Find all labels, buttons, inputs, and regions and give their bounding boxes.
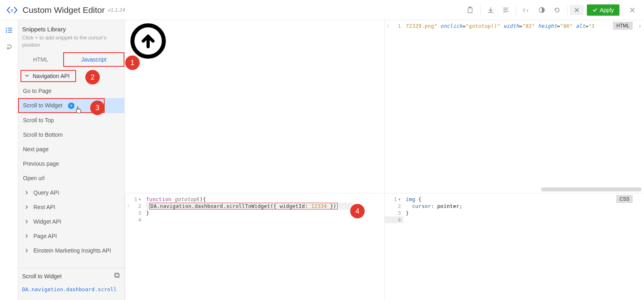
sidebar-title: Snippets Library [18, 26, 124, 34]
snippet-list: Go to Page Scroll to Widget + Scroll to … [18, 84, 124, 185]
group-einstein-api[interactable]: Einstein Marketing Insights API [18, 243, 124, 258]
sidebar-hint: Click + to add snippet to the cursor's p… [18, 34, 124, 52]
contrast-icon[interactable] [534, 3, 549, 17]
chevron-right-icon [25, 233, 29, 239]
css-code[interactable]: img { cursor: pointer; } [403, 193, 644, 300]
svg-rect-7 [8, 28, 12, 29]
snippet-scroll-to-widget[interactable]: Scroll to Widget + [18, 98, 124, 113]
css-gutter: 1▾ 2 3 4 [385, 193, 403, 300]
horizontal-scrollbar[interactable] [541, 187, 642, 191]
collapse-right-icon[interactable]: › [638, 22, 642, 30]
snippet-next-page[interactable]: Next page [18, 142, 124, 156]
snippet-scroll-to-bottom[interactable]: Scroll to Bottom [18, 127, 124, 142]
svg-point-8 [6, 29, 7, 31]
app-title: Custom Widget Editor [23, 5, 105, 15]
chevron-right-icon [25, 218, 29, 225]
callout-2: 2 [85, 70, 100, 84]
group-rest-api[interactable]: Rest API [18, 200, 124, 214]
tab-html[interactable]: HTML [18, 52, 63, 67]
html-badge: HTML [613, 22, 633, 30]
sidebar-footer: Scroll to Widget DA.navigation.dashboard… [18, 268, 124, 300]
chevron-right-icon [25, 204, 29, 210]
refresh-icon[interactable] [549, 3, 565, 17]
callout-4: 4 [350, 204, 365, 218]
redo-rail-icon[interactable] [6, 44, 12, 52]
css-badge: CSS [616, 195, 633, 203]
snippets-rail-icon[interactable] [5, 27, 12, 34]
svg-text:T: T [522, 7, 526, 13]
cursor-click-icon [75, 106, 82, 116]
snippets-sidebar: Snippets Library Click + to add snippet … [18, 20, 125, 300]
svg-text:c: c [11, 8, 13, 12]
left-rail [0, 20, 18, 300]
callout-3: 3 [90, 101, 105, 115]
preview-pane [125, 20, 384, 193]
js-gutter: 1▾ i 2 3 4 [125, 193, 144, 300]
chevron-right-icon [25, 247, 29, 254]
app-header: c Custom Widget Editor v1.1.24 TT Apply [0, 0, 644, 20]
apply-button-label: Apply [600, 7, 614, 13]
download-icon[interactable] [483, 3, 498, 17]
snippet-scroll-to-top[interactable]: Scroll to Top [18, 113, 124, 127]
footer-snippet-code: DA.navigation.dashboard.scroll [22, 286, 120, 292]
js-code[interactable]: function gototop(){ DA.navigation.dashbo… [144, 193, 384, 300]
svg-point-6 [6, 27, 7, 29]
clipboard-icon[interactable] [462, 3, 478, 17]
html-gutter: i 1 [385, 20, 403, 193]
snippet-open-url[interactable]: Open url [18, 171, 124, 185]
css-editor-pane[interactable]: 1▾ 2 3 4 img { cursor: pointer; } CSS [384, 193, 644, 300]
js-editor-pane[interactable]: 1▾ i 2 3 4 function gototop(){ DA.naviga… [125, 193, 384, 300]
svg-rect-1 [468, 8, 472, 13]
app-version: v1.1.24 [108, 7, 125, 13]
arrow-up-icon[interactable] [130, 23, 166, 59]
sidebar-tabs: HTML Javascript [18, 52, 124, 67]
html-code[interactable]: 72329.png" onclick="gototop()" width="82… [403, 20, 644, 193]
cancel-button[interactable] [570, 5, 584, 15]
tab-javascript[interactable]: Javascript [63, 52, 124, 67]
chevron-down-icon [25, 73, 29, 79]
callout-1: 1 [125, 55, 140, 70]
group-page-api[interactable]: Page API [18, 229, 124, 243]
html-editor-pane[interactable]: i 1 72329.png" onclick="gototop()" width… [384, 20, 644, 193]
add-snippet-icon[interactable]: + [68, 103, 74, 109]
svg-point-10 [6, 31, 7, 33]
app-logo: c [4, 6, 20, 13]
svg-rect-9 [8, 30, 12, 31]
snippet-previous-page[interactable]: Previous page [18, 156, 124, 171]
format-icon[interactable] [498, 3, 514, 17]
snippet-go-to-page[interactable]: Go to Page [18, 84, 124, 98]
group-navigation-api[interactable]: Navigation API [18, 68, 124, 84]
snippet-label: Scroll to Widget [23, 102, 62, 109]
group-query-api[interactable]: Query API [18, 185, 124, 200]
group-label: Navigation API [33, 73, 70, 79]
apply-button[interactable]: Apply [587, 4, 619, 16]
svg-rect-11 [8, 32, 12, 33]
copy-icon[interactable] [114, 272, 120, 280]
text-size-icon[interactable]: TT [519, 3, 534, 17]
group-widget-api[interactable]: Widget API [18, 214, 124, 229]
chevron-right-icon [25, 189, 29, 196]
header-toolbar: TT Apply [462, 3, 640, 17]
footer-snippet-title: Scroll to Widget [22, 273, 62, 279]
close-window-icon[interactable] [625, 3, 640, 17]
svg-text:T: T [526, 9, 529, 13]
editor-area: i 1 72329.png" onclick="gototop()" width… [125, 20, 644, 300]
